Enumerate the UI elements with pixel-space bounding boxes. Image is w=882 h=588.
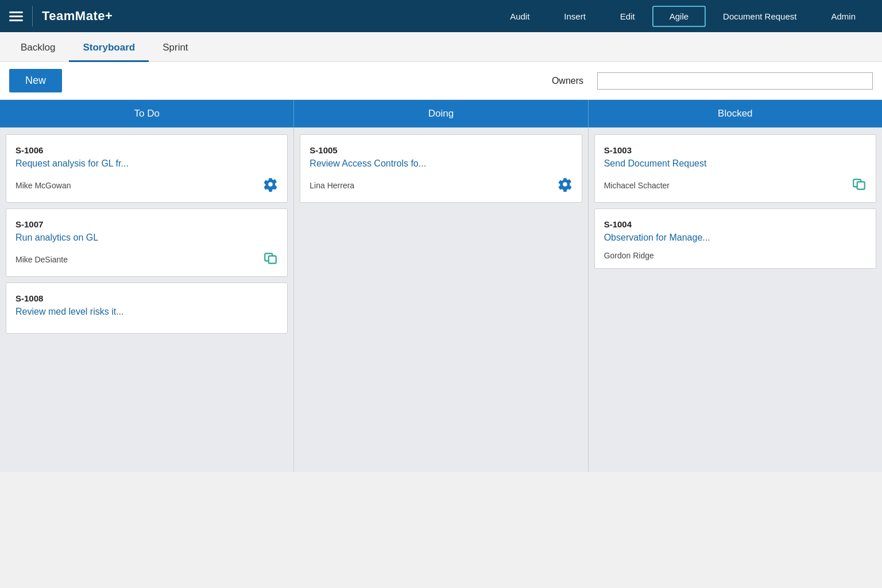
brand-name: TeamMate+ xyxy=(42,9,113,24)
document-icon[interactable] xyxy=(852,177,866,194)
card-owner: Mike McGowan xyxy=(16,181,71,190)
tab-backlog[interactable]: Backlog xyxy=(7,35,69,62)
card[interactable]: S-1008Review med level risks it... xyxy=(6,283,288,334)
owners-input[interactable] xyxy=(597,72,873,90)
sub-tabs: Backlog Storyboard Sprint xyxy=(0,32,882,62)
col-header-todo: To Do xyxy=(0,100,293,127)
card[interactable]: S-1006Request analysis for GL fr...Mike … xyxy=(6,134,288,203)
board: S-1006Request analysis for GL fr...Mike … xyxy=(0,127,882,472)
nav-document-request[interactable]: Document Request xyxy=(706,6,814,27)
card-id: S-1003 xyxy=(604,145,866,155)
card-id: S-1007 xyxy=(16,219,278,229)
card-title: Review med level risks it... xyxy=(16,307,278,317)
card-owner: Michacel Schacter xyxy=(604,181,670,190)
card-footer: Mike DeSiante xyxy=(16,251,278,268)
card-title: Send Document Request xyxy=(604,158,866,169)
tab-storyboard[interactable]: Storyboard xyxy=(69,35,149,62)
card-owner: Gordon Ridge xyxy=(604,251,654,260)
new-button[interactable]: New xyxy=(9,69,62,92)
nav-insert[interactable]: Insert xyxy=(547,6,603,27)
tab-sprint[interactable]: Sprint xyxy=(149,35,202,62)
card-footer: Mike McGowan xyxy=(16,177,278,194)
board-col-blocked: S-1003Send Document RequestMichacel Scha… xyxy=(589,127,882,472)
board-headers: To Do Doing Blocked xyxy=(0,100,882,127)
nav-edit[interactable]: Edit xyxy=(603,6,652,27)
card-id: S-1004 xyxy=(604,219,866,229)
card-id: S-1005 xyxy=(310,145,572,155)
toolbar: New Owners xyxy=(0,62,882,100)
nav-admin[interactable]: Admin xyxy=(814,6,873,27)
board-col-doing: S-1005Review Access Controls fo...Lina H… xyxy=(294,127,588,472)
card-id: S-1008 xyxy=(16,293,278,303)
card[interactable]: S-1003Send Document RequestMichacel Scha… xyxy=(594,134,876,203)
card-footer: Lina Herrera xyxy=(310,177,572,194)
hamburger-button[interactable] xyxy=(9,11,23,21)
board-col-to-do: S-1006Request analysis for GL fr...Mike … xyxy=(0,127,294,472)
col-header-blocked: Blocked xyxy=(588,100,882,127)
col-header-doing: Doing xyxy=(293,100,587,127)
card-footer: Michacel Schacter xyxy=(604,177,866,194)
card[interactable]: S-1007Run analytics on GLMike DeSiante xyxy=(6,208,288,277)
gear-icon[interactable] xyxy=(263,177,278,194)
nav-agile[interactable]: Agile xyxy=(652,6,706,27)
card-owner: Lina Herrera xyxy=(310,181,354,190)
card-id: S-1006 xyxy=(16,145,278,155)
card-owner: Mike DeSiante xyxy=(16,255,68,264)
nav-audit[interactable]: Audit xyxy=(493,6,547,27)
card-title: Observation for Manage... xyxy=(604,233,866,243)
card-title: Run analytics on GL xyxy=(16,233,278,243)
nav-divider xyxy=(32,6,33,26)
card-footer: Gordon Ridge xyxy=(604,251,866,260)
card[interactable]: S-1004Observation for Manage...Gordon Ri… xyxy=(594,208,876,269)
owners-label: Owners xyxy=(552,76,583,86)
gear-icon[interactable] xyxy=(558,177,572,194)
card[interactable]: S-1005Review Access Controls fo...Lina H… xyxy=(300,134,582,203)
document-icon[interactable] xyxy=(263,251,278,268)
nav-menu: Audit Insert Edit Agile Document Request… xyxy=(493,6,873,27)
top-nav: TeamMate+ Audit Insert Edit Agile Docume… xyxy=(0,0,882,32)
card-title: Review Access Controls fo... xyxy=(310,158,572,169)
card-title: Request analysis for GL fr... xyxy=(16,158,278,169)
